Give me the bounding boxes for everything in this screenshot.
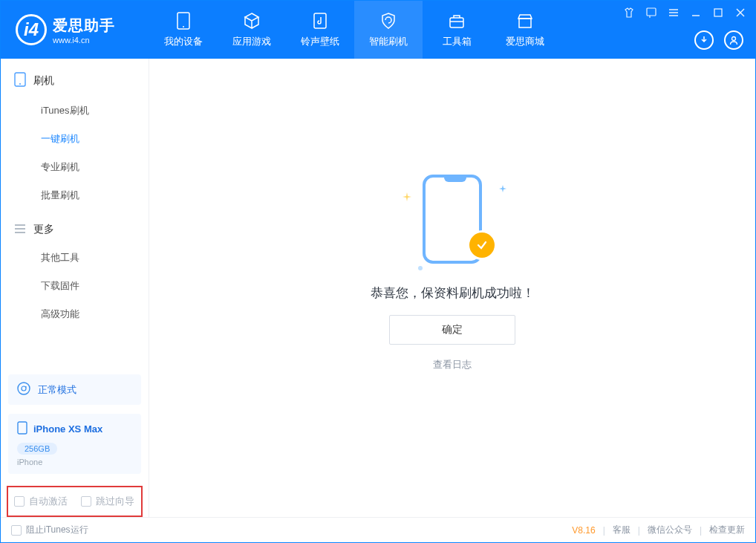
sidebar-item-pro-flash[interactable]: 专业刷机 <box>41 153 149 181</box>
logo-text: 爱思助手 www.i4.cn <box>53 16 115 45</box>
separator: | <box>638 525 640 536</box>
tab-label: 智能刷机 <box>369 35 408 48</box>
app-window: i4 爱思助手 www.i4.cn 我的设备 应用游戏 <box>0 0 756 543</box>
svg-rect-5 <box>519 19 531 27</box>
main-content: 恭喜您，保资料刷机成功啦！ 确定 查看日志 <box>149 59 755 517</box>
sidebar-item-download-fw[interactable]: 下载固件 <box>41 272 149 300</box>
device-icon <box>17 421 27 437</box>
tab-label: 爱思商城 <box>506 35 544 48</box>
success-panel: 恭喜您，保资料刷机成功啦！ 确定 查看日志 <box>371 175 535 371</box>
device-type: iPhone <box>17 458 132 466</box>
window-controls <box>622 7 748 19</box>
device-mode-label: 正常模式 <box>38 383 76 397</box>
toolbox-icon <box>446 11 467 30</box>
maximize-icon[interactable] <box>711 7 726 19</box>
sidebar-item-oneclick-flash[interactable]: 一键刷机 <box>41 125 149 153</box>
device-mode-box[interactable]: 正常模式 <box>8 374 141 405</box>
store-icon <box>515 11 535 30</box>
header: i4 爱思助手 www.i4.cn 我的设备 应用游戏 <box>1 1 755 59</box>
sparkle-icon <box>417 261 423 267</box>
header-actions <box>694 30 743 50</box>
tab-my-device[interactable]: 我的设备 <box>149 1 218 59</box>
device-name: iPhone XS Max <box>33 423 102 435</box>
svg-rect-3 <box>450 18 463 27</box>
auto-activate-option[interactable]: 自动激活 <box>14 495 68 508</box>
storage-badge: 256GB <box>17 443 57 455</box>
menu-icon[interactable] <box>666 7 681 19</box>
skip-guide-label: 跳过向导 <box>96 495 134 508</box>
sidebar-item-itunes-flash[interactable]: iTunes刷机 <box>41 97 149 125</box>
success-illustration <box>397 175 508 271</box>
app-subtitle: www.i4.cn <box>53 36 115 45</box>
separator: | <box>603 525 605 536</box>
tab-ringtones[interactable]: 铃声壁纸 <box>286 1 354 59</box>
options-highlight-box: 自动激活 跳过向导 <box>7 486 143 517</box>
tab-apps-games[interactable]: 应用游戏 <box>218 1 286 59</box>
sidebar-item-advanced[interactable]: 高级功能 <box>41 300 149 328</box>
logo: i4 爱思助手 www.i4.cn <box>1 14 149 45</box>
footer-right: V8.16 | 客服 | 微信公众号 | 检查更新 <box>572 524 745 536</box>
separator: | <box>700 525 702 536</box>
sidebar-section-more: 更多 <box>1 209 149 244</box>
sidebar-item-batch-flash[interactable]: 批量刷机 <box>41 181 149 209</box>
svg-point-16 <box>19 83 21 85</box>
download-button[interactable] <box>694 30 714 50</box>
svg-point-14 <box>732 37 736 41</box>
view-log-link[interactable]: 查看日志 <box>433 358 472 371</box>
tab-store[interactable]: 爱思商城 <box>491 1 559 59</box>
auto-activate-label: 自动激活 <box>29 495 68 508</box>
tab-smart-flash[interactable]: 智能刷机 <box>354 1 423 59</box>
tab-label: 我的设备 <box>164 35 203 48</box>
sidebar-items-flash: iTunes刷机 一键刷机 专业刷机 批量刷机 <box>1 97 149 209</box>
svg-point-22 <box>418 266 423 270</box>
sync-icon <box>17 382 30 397</box>
sidebar-items-more: 其他工具 下载固件 高级功能 <box>1 244 149 328</box>
tab-label: 工具箱 <box>443 35 472 48</box>
check-badge-icon <box>469 233 495 258</box>
shirt-icon[interactable] <box>622 7 636 19</box>
music-file-icon <box>310 11 330 30</box>
svg-rect-6 <box>647 8 656 16</box>
footer-link-wechat[interactable]: 微信公众号 <box>648 524 692 536</box>
shield-refresh-icon <box>378 11 399 30</box>
footer-left: 阻止iTunes运行 <box>11 524 88 536</box>
success-message: 恭喜您，保资料刷机成功啦！ <box>371 284 535 302</box>
svg-rect-21 <box>18 422 27 434</box>
phone-flash-icon <box>14 72 26 89</box>
close-icon[interactable] <box>733 7 748 19</box>
sparkle-icon <box>499 182 505 188</box>
body: 刷机 iTunes刷机 一键刷机 专业刷机 批量刷机 更多 其他工具 下载固件 … <box>1 59 755 517</box>
sidebar-item-other-tools[interactable]: 其他工具 <box>41 244 149 272</box>
cube-icon <box>241 11 262 30</box>
feedback-icon[interactable] <box>644 7 659 19</box>
section-title: 更多 <box>33 223 54 236</box>
footer-link-support[interactable]: 客服 <box>613 524 630 536</box>
user-button[interactable] <box>724 30 743 50</box>
ok-button[interactable]: 确定 <box>389 315 515 345</box>
checkbox-icon[interactable] <box>81 496 91 507</box>
device-name-row: iPhone XS Max <box>17 421 132 437</box>
footer-link-update[interactable]: 检查更新 <box>709 524 745 536</box>
device-card[interactable]: iPhone XS Max 256GB iPhone <box>8 414 141 474</box>
section-title: 刷机 <box>33 74 54 88</box>
sidebar-section-flash: 刷机 <box>1 59 149 97</box>
tab-label: 铃声壁纸 <box>301 35 339 48</box>
version-label: V8.16 <box>572 525 595 536</box>
tab-toolbox[interactable]: 工具箱 <box>423 1 491 59</box>
svg-rect-11 <box>714 9 722 16</box>
skip-guide-option[interactable]: 跳过向导 <box>81 495 134 508</box>
checkbox-icon[interactable] <box>14 496 25 507</box>
block-itunes-label[interactable]: 阻止iTunes运行 <box>26 524 88 536</box>
logo-icon: i4 <box>16 14 47 45</box>
list-icon <box>14 224 26 236</box>
checkbox-icon[interactable] <box>11 525 22 536</box>
svg-rect-2 <box>314 13 326 28</box>
app-title: 爱思助手 <box>53 16 115 36</box>
nav-tabs: 我的设备 应用游戏 铃声壁纸 智能刷机 <box>149 1 559 59</box>
phone-icon <box>173 11 194 30</box>
sparkle-icon <box>403 191 408 197</box>
svg-point-1 <box>183 26 184 27</box>
footer: 阻止iTunes运行 V8.16 | 客服 | 微信公众号 | 检查更新 <box>1 517 755 542</box>
tab-label: 应用游戏 <box>232 35 271 48</box>
minimize-icon[interactable] <box>688 7 703 19</box>
